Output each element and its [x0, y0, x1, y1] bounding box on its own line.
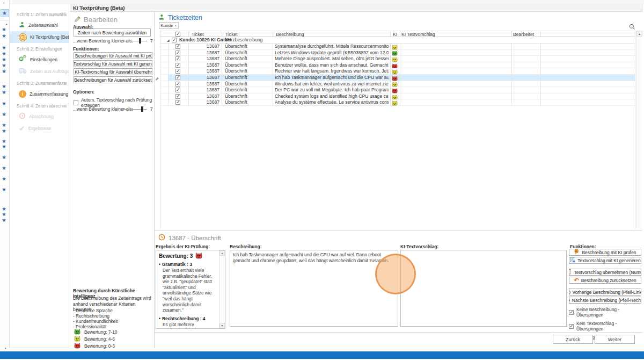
tool-function-button[interactable]: Textvorschlag für Auswahl mit KI generie… [74, 60, 152, 67]
taskbar [0, 351, 644, 359]
tool-function-button[interactable]: Beschreibungen für Auswahl mit KI prüfen [74, 52, 152, 59]
checkbox[interactable] [74, 100, 78, 105]
checkbox[interactable] [175, 88, 180, 92]
detail-function-button[interactable]: ←Vorherige Beschreibung (Pfeil-Links) [569, 289, 641, 296]
checkbox[interactable] [569, 324, 574, 329]
scroll-up-icon[interactable]: ▲ [219, 250, 225, 256]
group-checkbox[interactable] [172, 38, 177, 42]
sidebar-item[interactable]: iZusammenfassung [10, 88, 69, 100]
ki-rating-cell [392, 75, 399, 81]
next-button[interactable]: Weiter [595, 335, 635, 344]
sort-asc-icon: ▲ [174, 24, 177, 27]
column-header[interactable]: Ticket [192, 32, 221, 37]
checkbox[interactable] [175, 75, 180, 80]
star-icon[interactable]: ★ [2, 212, 6, 217]
checkbox[interactable] [175, 69, 180, 74]
star-icon[interactable]: ★ [2, 101, 6, 106]
sidebar-item[interactable]: ⚙⚙Einstellungen [10, 54, 69, 66]
checkbox[interactable] [569, 310, 574, 315]
favorites-strip: ‹ ★ ▴ ★★★★★★★★★★★★★★★★★★★★★★ ▾ [0, 0, 10, 348]
table-row[interactable]: 13687 Überschrift Der PC war zu voll mit… [160, 87, 635, 93]
detail-function-button[interactable]: Textvorschlag übernehmen (Num0) [569, 269, 641, 276]
rating-threshold-slider2-track[interactable] [122, 109, 147, 110]
star-icon[interactable]: ★ [2, 45, 6, 51]
table-row[interactable]: 13687 Überschrift Systemanalyse durchgef… [160, 44, 635, 50]
star-icon[interactable]: ★ [2, 218, 6, 223]
suggestion-textarea[interactable] [400, 250, 567, 327]
checkbox[interactable] [175, 82, 180, 87]
rating-threshold-slider-track[interactable] [122, 41, 147, 41]
detail-function-button[interactable]: Beschreibung mit KI prüfen [569, 249, 641, 256]
sidebar-item: Zeiten aus Aufträgen [10, 66, 69, 77]
table-row[interactable]: 13687 Überschrift Checked system logs an… [160, 93, 635, 100]
tool-function-button[interactable]: KI-Textvorschlag für Auswahl übernehmen [74, 68, 152, 75]
checkbox[interactable] [175, 63, 180, 68]
tool-function-button[interactable]: ↶Beschreibungen für Auswahl zurücksetzen [74, 76, 152, 83]
ki-rating-cell [392, 56, 399, 62]
group-expand-icon[interactable]: ◢ [167, 38, 170, 42]
star-icon[interactable]: ★ [2, 176, 6, 182]
vertical-scrollbar[interactable]: ▲ [636, 31, 642, 229]
checkbox[interactable] [175, 51, 180, 55]
detail-function-button[interactable]: Textvorschlag mit KI generieren [569, 257, 641, 264]
sidebar-item[interactable]: KIKI Textprüfung (Beta) [10, 31, 69, 43]
star-icon[interactable]: ★ [2, 187, 6, 192]
collapse-chevron-icon[interactable]: ‹ [3, 1, 5, 5]
star-icon[interactable]: ★ [2, 123, 6, 128]
sidebar-item[interactable]: Zeitenauswahl [10, 19, 69, 31]
star-icon[interactable]: ★ [2, 57, 6, 62]
ai-result-box[interactable]: Bewertung: 3 Grammatik : 3 Der Text enth… [156, 250, 225, 329]
description-textarea[interactable]: Ich hab Taskmannager aufgemacht und die … [230, 250, 398, 327]
criterion-label: - Kundenfreundlichkeit [73, 319, 118, 324]
ki-rating-cell [392, 94, 399, 100]
check-icon: ✔ [19, 125, 25, 132]
table-row[interactable]: 13687 Überschrift Mehrere Dinge ausprobi… [160, 56, 635, 62]
star-icon[interactable]: ★ [2, 27, 6, 32]
star-icon[interactable]: ★ [2, 128, 6, 134]
star-icon[interactable]: ★ [2, 144, 6, 149]
scroll-down-icon[interactable]: ▾ [5, 347, 6, 350]
table-row[interactable]: 13687 Überschrift Ich hab Taskmannager a… [160, 75, 635, 81]
checkbox[interactable] [175, 100, 180, 105]
select-by-rating-button[interactable]: Zeiten nach Bewertung auswählen [74, 28, 151, 37]
group-row[interactable]: ◢Kunde: 10029 KI GmbH [160, 37, 635, 44]
table-row[interactable]: 13687 Überschrift Rechner war halt langs… [160, 68, 635, 75]
star-icon[interactable]: ★ [2, 155, 6, 160]
checkbox[interactable] [175, 56, 180, 61]
star-icon[interactable]: ★ [2, 69, 6, 74]
star-icon[interactable]: ★ [2, 90, 6, 95]
detail-option-checkbox[interactable]: Kein Textvorschlag - Überspringen [569, 321, 641, 332]
checkbox[interactable] [175, 94, 180, 99]
detail-function-button[interactable]: →Nächste Beschreibung (Pfeil-Rechts) [569, 297, 641, 304]
group-by-chip[interactable]: Kunde ▲ [159, 22, 179, 29]
detail-function-button[interactable]: ↶Beschreibung zurücksetzen [569, 277, 641, 284]
result-scrollbar[interactable]: ▲ ▼ [219, 250, 225, 328]
ki-rating-cell [392, 63, 399, 69]
column-header[interactable]: Beschreibung [276, 32, 372, 37]
column-header[interactable]: KI Textvorschlag [401, 32, 466, 37]
star-icon[interactable]: ★ [2, 165, 6, 171]
table-row[interactable]: 13687 Überschrift Windows hat ein fehler… [160, 81, 635, 88]
back-button[interactable]: Zurück [553, 335, 593, 344]
scroll-up-icon[interactable]: ▴ [6, 22, 8, 25]
star-icon[interactable]: ★ [2, 112, 6, 117]
sidebar-item-label: Zeitenauswahl [28, 23, 58, 28]
star-icon[interactable]: ★ [2, 63, 6, 68]
select-all-checkbox[interactable] [175, 32, 180, 37]
column-header[interactable]: Bearbeitet [513, 32, 539, 37]
table-row[interactable]: 13687 Überschrift Benutzer wollte, dass … [160, 62, 635, 69]
scroll-up-icon[interactable]: ▲ [636, 31, 642, 37]
short-description-cell: Überschrift [225, 93, 271, 99]
column-header[interactable]: KI [393, 32, 399, 37]
table-row[interactable]: 13687 Überschrift Letztes Windows-Update… [160, 50, 635, 56]
table-row[interactable]: 13687 Überschrift Analyse du système eff… [160, 99, 635, 106]
star-icon[interactable]: ★ [2, 51, 6, 56]
detail-option-checkbox[interactable]: Keine Beschreibung - Überspringen [569, 307, 641, 318]
star-icon[interactable]: ★ [2, 33, 6, 39]
favorite-star-selected[interactable]: ★ [1, 9, 9, 17]
scroll-down-icon[interactable]: ▼ [219, 323, 225, 328]
rating-threshold-slider-handle[interactable] [139, 38, 141, 44]
checkbox[interactable] [175, 44, 180, 49]
star-icon[interactable]: ★ [2, 84, 6, 89]
rating-threshold-slider2-handle[interactable] [141, 106, 143, 112]
